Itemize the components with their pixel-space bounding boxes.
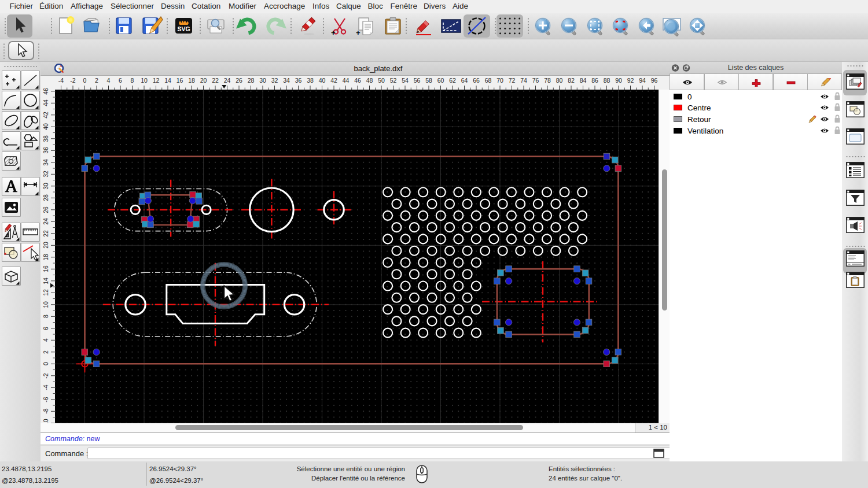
svg-text:+: +	[331, 28, 336, 37]
svg-text:SVG: SVG	[177, 25, 190, 32]
svg-text:+: +	[356, 28, 361, 37]
